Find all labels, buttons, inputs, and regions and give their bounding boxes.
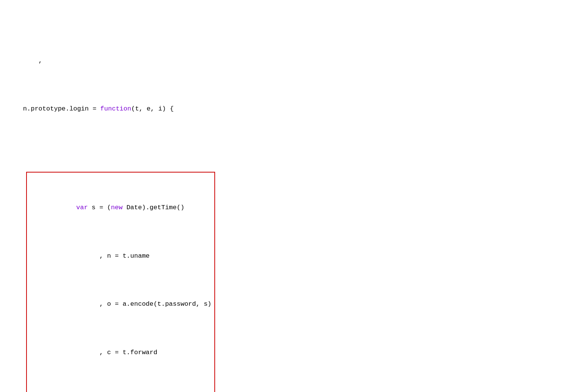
keyword-function: function — [100, 105, 131, 112]
code-line: , o = a.encode(t.password, s) — [30, 290, 212, 319]
code-text — [61, 204, 76, 211]
code-text: , o = a.encode(t.password, s) — [61, 300, 211, 308]
code-line: , c = t.forward — [30, 338, 212, 367]
code-text: Date).getTime() — [123, 204, 184, 211]
code-line: , — [8, 46, 554, 75]
keyword-new: new — [111, 204, 123, 211]
code-container: , n.prototype.login = function(t, e, i) … — [8, 4, 554, 392]
code-line: var s = (new Date).getTime() — [30, 193, 212, 222]
code-line: , n = t.uname — [30, 241, 212, 271]
keyword-var: var — [76, 204, 88, 211]
highlight-box: var s = (new Date).getTime() , n = t.una… — [26, 172, 215, 392]
code-text: , c = t.forward — [61, 349, 157, 356]
code-text: , — [23, 57, 42, 64]
code-text: n.prototype.login = — [23, 105, 100, 112]
code-text: , n = t.uname — [61, 252, 150, 260]
code-line: , l = t.remember — [30, 386, 212, 392]
code-text: (t, e, i) { — [131, 105, 173, 112]
code-text: s = ( — [88, 204, 111, 211]
code-line: n.prototype.login = function(t, e, i) { — [8, 95, 554, 124]
